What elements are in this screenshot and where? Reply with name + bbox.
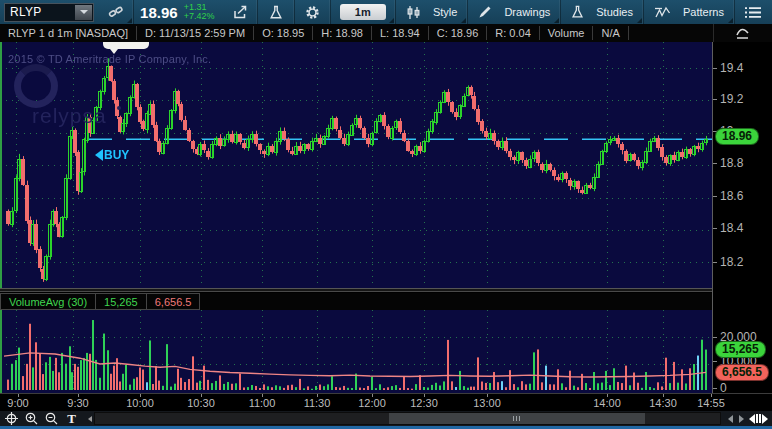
chart-title: RLYP 1 d 1m [NASDAQ] [0, 26, 137, 40]
zigzag-icon [654, 6, 671, 19]
chart-scrollbar[interactable] [94, 412, 721, 425]
change-percent: +7.42% [184, 12, 215, 21]
menu-patterns-button[interactable]: Patterns [644, 0, 735, 24]
candlestick-icon [406, 5, 421, 20]
price-axis[interactable]: 19.419.21918.818.618.418.220,00010,00001… [712, 42, 772, 393]
link-button[interactable] [98, 0, 134, 24]
pan-left-button[interactable] [728, 415, 733, 423]
fast-pan-icon [749, 414, 755, 424]
price-axis-label: 18.6 [720, 189, 743, 203]
study-average-value: 6,656.5 [147, 293, 201, 310]
zoom-out-button[interactable] [43, 412, 60, 425]
ohlc-field: Volume [540, 26, 594, 40]
buy-order-marker: BUY [95, 148, 129, 162]
high-price-callout [103, 42, 149, 49]
settings-button[interactable] [295, 0, 331, 24]
toolbar-menus: StyleDrawingsStudiesPatterns [396, 0, 735, 24]
study-name[interactable]: VolumeAvg (30) [0, 293, 96, 310]
axis-tick [713, 228, 717, 229]
symbol-dropdown-button[interactable] [75, 5, 92, 20]
scrollbar-thumb[interactable] [389, 413, 645, 424]
logo-dot [117, 106, 121, 110]
last-price: 18.96 [134, 4, 184, 21]
zoom-out-icon [45, 412, 59, 425]
ohlc-field: C: 18.96 [429, 26, 488, 40]
list-icon [744, 6, 762, 19]
price-axis-label: 18.4 [720, 221, 743, 235]
menu-studies-button[interactable]: Studies [561, 0, 644, 24]
price-axis-label: 19.4 [720, 61, 743, 75]
text-tool-button[interactable]: T [63, 412, 80, 425]
time-axis-label: 11:30 [304, 397, 331, 409]
chart-style-button[interactable] [713, 24, 772, 42]
time-axis-label: 14:00 [593, 397, 621, 409]
crosshair-icon [5, 412, 18, 425]
axis-tick [713, 163, 717, 164]
axis-tick [713, 68, 717, 69]
high-price-callout-tail [110, 49, 118, 54]
symbol-group: RLYP [0, 0, 98, 24]
volume-average-bubble: 6,656.5 [715, 364, 769, 381]
logo-text: relypsa [32, 104, 107, 128]
ohlc-field: R: 0.04 [487, 26, 539, 40]
buy-arrow-icon [95, 149, 103, 161]
main-toolbar: RLYP 18.96 +1.31 +7.42% [0, 0, 772, 24]
scroll-left-icon[interactable] [88, 416, 92, 422]
symbol-value[interactable]: RLYP [5, 5, 74, 19]
zoom-in-icon [25, 412, 39, 425]
share-button[interactable] [222, 0, 258, 24]
axis-tick [713, 196, 717, 197]
axis-tick [713, 361, 717, 362]
timeframe-button[interactable]: 1m [340, 4, 386, 20]
analyze-button[interactable] [258, 0, 294, 24]
pan-right-button[interactable] [739, 415, 744, 423]
time-axis[interactable]: 9:009:3010:0010:3011:0011:3012:0012:3013… [0, 393, 772, 411]
bottom-toolbar: T [0, 411, 772, 426]
crosshair-tool-button[interactable] [3, 412, 20, 425]
axis-tick [713, 337, 717, 338]
pencil-icon [478, 5, 492, 19]
time-axis-label: 13:00 [473, 397, 501, 409]
pane-divider[interactable] [0, 288, 772, 292]
price-group: 18.96 +1.31 +7.42% [134, 0, 222, 24]
flask-icon [571, 5, 584, 19]
axis-tick [713, 388, 717, 389]
price-axis-label: 18.8 [720, 156, 743, 170]
price-axis-label: 19.2 [720, 92, 743, 106]
buy-label: BUY [104, 148, 129, 162]
menu-label: Studies [596, 6, 633, 18]
chevron-down-icon [80, 10, 88, 14]
symbol-input[interactable]: RLYP [4, 3, 94, 22]
study-volume-value: 15,265 [96, 293, 147, 310]
chart-header-row: RLYP 1 d 1m [NASDAQ] D: 11/13/15 2:59 PM… [0, 24, 772, 42]
curve-icon [735, 26, 751, 40]
time-axis-label: 14:55 [697, 397, 725, 409]
ohlc-field: N/A [593, 26, 628, 40]
price-pane: 2015 © TD Ameritrade IP Company, Inc. re… [0, 42, 712, 288]
gear-icon [305, 5, 320, 20]
menu-style-button[interactable]: Style [396, 0, 468, 24]
ohlc-field: H: 18.98 [313, 26, 372, 40]
time-axis-label: 10:30 [187, 397, 215, 409]
time-axis-label: 9:30 [67, 397, 88, 409]
price-axis-label: 18.2 [720, 255, 743, 269]
zoom-in-button[interactable] [23, 412, 40, 425]
menu-drawings-button[interactable]: Drawings [468, 0, 561, 24]
flask-icon [269, 5, 283, 20]
go-to-end-button[interactable] [749, 414, 768, 424]
chart-menu-button[interactable] [735, 0, 772, 24]
ohlc-fields: D: 11/13/15 2:59 PMO: 18.95H: 18.98L: 18… [137, 26, 629, 40]
time-axis-label: 10:00 [126, 397, 154, 409]
time-axis-label: 9:00 [7, 397, 28, 409]
time-axis-label: 14:30 [649, 397, 677, 409]
ohlc-field: L: 18.94 [372, 26, 429, 40]
volume-pane [0, 310, 712, 393]
link-icon [108, 5, 124, 19]
ohlc-field: D: 11/13/15 2:59 PM [137, 26, 254, 40]
volume-chart-canvas[interactable] [0, 310, 712, 393]
menu-label: Patterns [683, 6, 724, 18]
axis-tick [713, 262, 717, 263]
logo-circle [14, 64, 58, 108]
last-price-bubble: 18.96 [715, 128, 759, 145]
ohlc-field: O: 18.95 [254, 26, 313, 40]
